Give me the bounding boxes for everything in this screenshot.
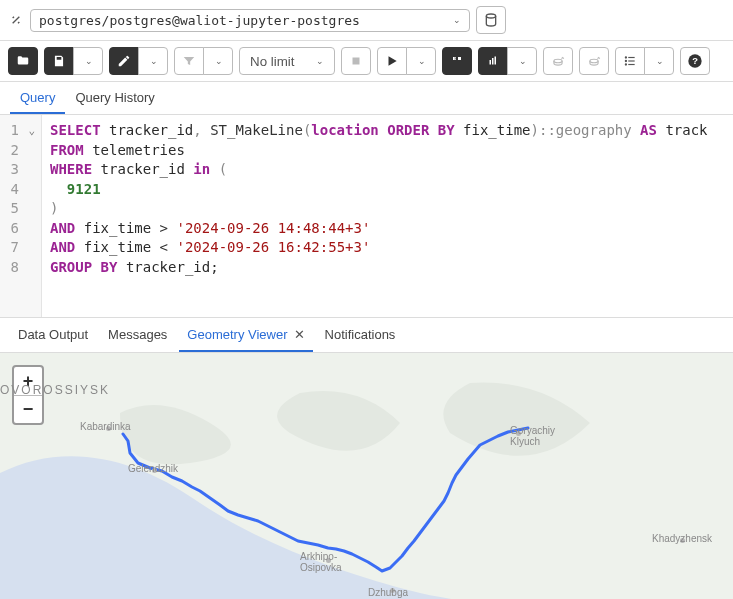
tab-query[interactable]: Query [10, 82, 65, 114]
chevron-down-icon: ⌄ [519, 56, 527, 66]
analyze-dropdown-button[interactable]: ⌄ [507, 47, 537, 75]
connection-text: postgres/postgres@waliot-jupyter-postgre… [39, 13, 451, 28]
explain-button[interactable]: E [442, 47, 472, 75]
svg-rect-5 [490, 60, 492, 65]
limit-label: No limit [250, 54, 294, 69]
svg-point-13 [625, 57, 626, 58]
disconnect-icon[interactable] [8, 12, 24, 28]
map-label-gelendzhik: Gelendzhik [128, 463, 178, 474]
run-button[interactable] [377, 47, 407, 75]
chevron-down-icon: ⌄ [656, 56, 664, 66]
help-button[interactable]: ? [680, 47, 710, 75]
svg-point-15 [625, 64, 626, 65]
svg-point-9 [590, 59, 598, 63]
filter-button[interactable] [174, 47, 204, 75]
geometry-map[interactable]: + − OVOROSSIYSK Kabardinka Gelendzhik Ar… [0, 353, 733, 599]
chevron-down-icon: ⌄ [150, 56, 158, 66]
svg-point-14 [625, 60, 626, 61]
tab-data-output[interactable]: Data Output [10, 318, 96, 352]
map-label-dzhubga: Dzhubga [368, 587, 408, 598]
edit-dropdown-button[interactable]: ⌄ [138, 47, 168, 75]
tab-history[interactable]: Query History [65, 82, 164, 114]
rollback-button[interactable] [579, 47, 609, 75]
svg-rect-1 [353, 58, 360, 65]
map-label-goryachiy: Goryachiy Klyuch [510, 425, 555, 447]
svg-point-0 [486, 14, 495, 18]
limit-select[interactable]: No limit ⌄ [239, 47, 335, 75]
chevron-down-icon: ⌄ [453, 15, 461, 25]
edit-button[interactable] [109, 47, 139, 75]
chevron-down-icon: ⌄ [85, 56, 93, 66]
chevron-down-icon: ⌄ [316, 56, 324, 66]
stop-button[interactable] [341, 47, 371, 75]
tab-messages[interactable]: Messages [100, 318, 175, 352]
map-label-arkhipo: Arkhipo- Osipovka [300, 551, 342, 573]
zoom-out-button[interactable]: − [14, 395, 42, 423]
code-area[interactable]: SELECT tracker_id, ST_MakeLine(location … [42, 115, 716, 317]
save-dropdown-button[interactable]: ⌄ [73, 47, 103, 75]
sql-editor[interactable]: 1 2 3 4 5 6 7 8 SELECT tracker_id, ST_Ma… [0, 115, 733, 317]
save-button[interactable] [44, 47, 74, 75]
map-label-khadyzhensk: Khadyzhensk [652, 533, 712, 544]
connection-select[interactable]: postgres/postgres@waliot-jupyter-postgre… [30, 9, 470, 32]
commit-button[interactable] [543, 47, 573, 75]
svg-point-8 [554, 59, 562, 63]
filter-dropdown-button[interactable]: ⌄ [203, 47, 233, 75]
open-file-button[interactable] [8, 47, 38, 75]
run-dropdown-button[interactable]: ⌄ [406, 47, 436, 75]
tab-notifications[interactable]: Notifications [317, 318, 404, 352]
svg-text:E: E [455, 57, 457, 61]
chevron-down-icon: ⌄ [215, 56, 223, 66]
macros-dropdown-button[interactable]: ⌄ [644, 47, 674, 75]
db-connect-button[interactable] [476, 6, 506, 34]
tab-geometry-viewer[interactable]: Geometry Viewer ✕ [179, 318, 312, 352]
map-label-kabardinka: Kabardinka [80, 421, 131, 432]
svg-rect-6 [492, 58, 494, 65]
analyze-button[interactable] [478, 47, 508, 75]
svg-rect-3 [458, 57, 461, 60]
chevron-down-icon: ⌄ [418, 56, 426, 66]
map-label-novorossiysk: OVOROSSIYSK [0, 383, 110, 397]
close-icon[interactable]: ✕ [294, 327, 305, 342]
svg-text:?: ? [692, 56, 698, 66]
line-gutter: 1 2 3 4 5 6 7 8 [0, 115, 42, 317]
macros-button[interactable] [615, 47, 645, 75]
svg-rect-7 [495, 57, 497, 65]
